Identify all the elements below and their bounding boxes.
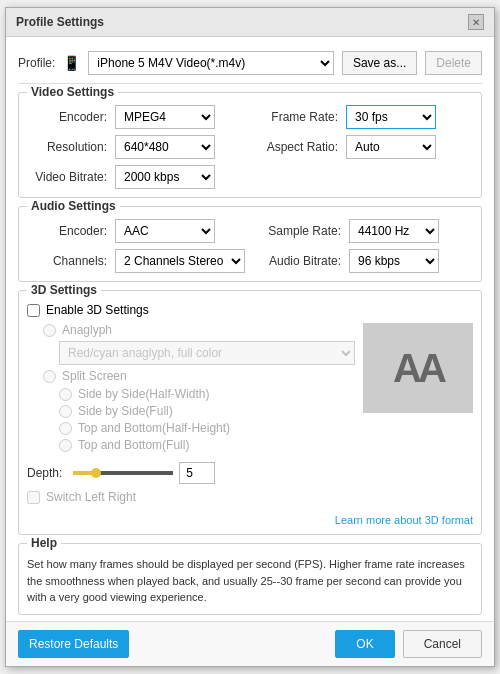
preview-text: AA xyxy=(393,346,443,391)
help-title: Help xyxy=(27,536,61,550)
phone-icon: 📱 xyxy=(63,55,80,71)
switch-row: Switch Left Right xyxy=(27,490,473,504)
three-d-layout: Anaglyph Red/cyan anaglyph, full color S… xyxy=(27,323,473,452)
video-settings-title: Video Settings xyxy=(27,85,118,99)
video-settings-section: Video Settings Encoder: MPEG4 Resolution… xyxy=(18,92,482,198)
enable-3d-row: Enable 3D Settings xyxy=(27,303,473,317)
encoder-label: Encoder: xyxy=(27,110,107,124)
save-as-button[interactable]: Save as... xyxy=(342,51,417,75)
audio-encoder-select[interactable]: AAC xyxy=(115,219,215,243)
side-by-side-half-row: Side by Side(Half-Width) xyxy=(43,387,355,401)
top-bottom-full-radio[interactable] xyxy=(59,439,72,452)
sample-rate-row: Sample Rate: 44100 Hz xyxy=(261,219,473,243)
encoder-row: Encoder: MPEG4 xyxy=(27,105,242,129)
enable-3d-label[interactable]: Enable 3D Settings xyxy=(46,303,149,317)
split-screen-row: Split Screen xyxy=(27,369,355,383)
sample-rate-label: Sample Rate: xyxy=(261,224,341,238)
aspect-ratio-select[interactable]: Auto xyxy=(346,135,436,159)
frame-rate-label: Frame Rate: xyxy=(258,110,338,124)
cancel-button[interactable]: Cancel xyxy=(403,630,482,658)
side-by-side-full-label: Side by Side(Full) xyxy=(78,404,173,418)
resolution-label: Resolution: xyxy=(27,140,107,154)
anaglyph-radio[interactable] xyxy=(43,324,56,337)
video-bitrate-label: Video Bitrate: xyxy=(27,170,107,184)
top-bottom-half-row: Top and Bottom(Half-Height) xyxy=(43,421,355,435)
video-bitrate-select[interactable]: 2000 kbps xyxy=(115,165,215,189)
profile-label: Profile: xyxy=(18,56,55,70)
anaglyph-row: Anaglyph xyxy=(27,323,355,337)
side-by-side-half-radio[interactable] xyxy=(59,388,72,401)
depth-row: Depth: xyxy=(27,462,473,484)
frame-rate-row: Frame Rate: 30 fps xyxy=(258,105,473,129)
audio-settings-title: Audio Settings xyxy=(27,199,120,213)
dialog-content: Profile: 📱 iPhone 5 M4V Video(*.m4v) Sav… xyxy=(6,37,494,621)
side-by-side-full-row: Side by Side(Full) xyxy=(43,404,355,418)
help-text: Set how many frames should be displayed … xyxy=(27,556,473,606)
side-by-side-full-radio[interactable] xyxy=(59,405,72,418)
learn-more-link[interactable]: Learn more about 3D format xyxy=(27,514,473,526)
channels-label: Channels: xyxy=(27,254,107,268)
title-bar: Profile Settings ✕ xyxy=(6,8,494,37)
aspect-ratio-label: Aspect Ratio: xyxy=(258,140,338,154)
side-by-side-half-label: Side by Side(Half-Width) xyxy=(78,387,209,401)
video-row-1: Encoder: MPEG4 Resolution: 640*480 xyxy=(27,105,473,189)
audio-bitrate-row: Audio Bitrate: 96 kbps xyxy=(261,249,473,273)
anaglyph-select[interactable]: Red/cyan anaglyph, full color xyxy=(59,341,355,365)
footer: Restore Defaults OK Cancel xyxy=(6,621,494,666)
depth-input[interactable] xyxy=(179,462,215,484)
dialog-title: Profile Settings xyxy=(16,15,104,29)
close-button[interactable]: ✕ xyxy=(468,14,484,30)
depth-slider[interactable] xyxy=(73,471,173,475)
help-section: Help Set how many frames should be displ… xyxy=(18,543,482,615)
switch-left-right-label: Switch Left Right xyxy=(46,490,136,504)
channels-row: Channels: 2 Channels Stereo xyxy=(27,249,245,273)
channels-select[interactable]: 2 Channels Stereo xyxy=(115,249,245,273)
top-bottom-half-radio[interactable] xyxy=(59,422,72,435)
split-screen-radio[interactable] xyxy=(43,370,56,383)
resolution-select[interactable]: 640*480 xyxy=(115,135,215,159)
encoder-select[interactable]: MPEG4 xyxy=(115,105,215,129)
top-bottom-half-label: Top and Bottom(Half-Height) xyxy=(78,421,230,435)
top-bottom-full-label: Top and Bottom(Full) xyxy=(78,438,189,452)
enable-3d-checkbox[interactable] xyxy=(27,304,40,317)
delete-button[interactable]: Delete xyxy=(425,51,482,75)
resolution-row: Resolution: 640*480 xyxy=(27,135,242,159)
3d-preview: AA xyxy=(363,323,473,413)
switch-left-right-checkbox[interactable] xyxy=(27,491,40,504)
three-d-settings-section: 3D Settings Enable 3D Settings Anaglyph xyxy=(18,290,482,535)
restore-defaults-button[interactable]: Restore Defaults xyxy=(18,630,129,658)
audio-bitrate-label: Audio Bitrate: xyxy=(261,254,341,268)
audio-encoder-label: Encoder: xyxy=(27,224,107,238)
anaglyph-label: Anaglyph xyxy=(62,323,112,337)
depth-label: Depth: xyxy=(27,466,67,480)
sample-rate-select[interactable]: 44100 Hz xyxy=(349,219,439,243)
audio-row-1: Encoder: AAC Channels: 2 Channels Stereo xyxy=(27,219,473,273)
audio-settings-content: Encoder: AAC Channels: 2 Channels Stereo xyxy=(27,219,473,273)
aspect-ratio-row: Aspect Ratio: Auto xyxy=(258,135,473,159)
top-bottom-full-row: Top and Bottom(Full) xyxy=(43,438,355,452)
audio-bitrate-select[interactable]: 96 kbps xyxy=(349,249,439,273)
split-screen-label: Split Screen xyxy=(62,369,127,383)
profile-select[interactable]: iPhone 5 M4V Video(*.m4v) xyxy=(88,51,334,75)
audio-settings-section: Audio Settings Encoder: AAC Channels: xyxy=(18,206,482,282)
frame-rate-select[interactable]: 30 fps xyxy=(346,105,436,129)
profile-row: Profile: 📱 iPhone 5 M4V Video(*.m4v) Sav… xyxy=(18,45,482,84)
video-bitrate-row: Video Bitrate: 2000 kbps xyxy=(27,165,242,189)
ok-button[interactable]: OK xyxy=(335,630,394,658)
profile-settings-dialog: Profile Settings ✕ Profile: 📱 iPhone 5 M… xyxy=(5,7,495,667)
three-d-settings-content: Enable 3D Settings Anaglyph Red/cyan ana… xyxy=(27,303,473,526)
video-settings-content: Encoder: MPEG4 Resolution: 640*480 xyxy=(27,105,473,189)
audio-encoder-row: Encoder: AAC xyxy=(27,219,245,243)
three-d-settings-title: 3D Settings xyxy=(27,283,101,297)
